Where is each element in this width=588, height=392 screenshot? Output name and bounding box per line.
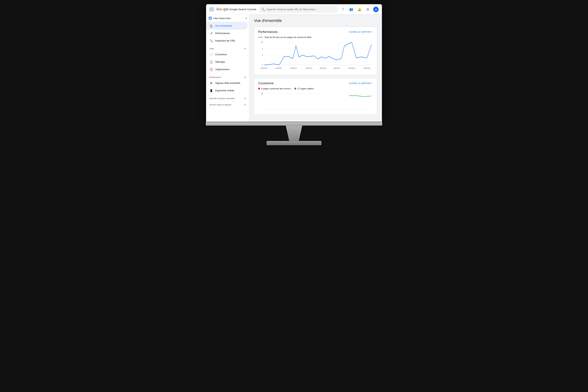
content-area: Vue d'ensemble Performances OUVRIR LE RA… (249, 14, 382, 122)
nav-right-icons: ? 👥 🔔 ⊞ a (340, 7, 379, 12)
svg-text:16/02/2021: 16/02/2021 (290, 67, 297, 69)
section-index: Index ∧ (206, 44, 249, 51)
section-label: Index (209, 48, 214, 50)
red-dot (258, 88, 260, 90)
chart-legend: Total de 96 clics sur les pages de reche… (258, 36, 373, 38)
card-title: Performances (258, 30, 278, 34)
document-icon: 📄 (209, 53, 213, 56)
remove-icon: 🚫 (209, 68, 213, 71)
sidebar-item-ergonomie-mobile[interactable]: 📱 Ergonomie mobile (206, 87, 248, 94)
svg-text:12/02/2021: 12/02/2021 (275, 67, 282, 69)
section-ameliorations: Améliorations ∧ (206, 73, 249, 80)
sidebar-item-performances[interactable]: ↗ Performances (206, 30, 248, 37)
card-header: Couverture OUVRIR LE RAPPORT › (258, 82, 373, 85)
svg-text:08/02/2021: 08/02/2021 (261, 67, 268, 69)
svg-text:4: 4 (262, 54, 263, 56)
valid-text: 27 pages valides (298, 88, 314, 90)
monitor-stand-top (206, 122, 382, 126)
hamburger-button[interactable] (209, 7, 214, 12)
legend-line (258, 37, 263, 38)
navbar: Google Google Search Console 🔍 ? 👥 🔔 ⊞ a (206, 4, 382, 14)
chevron-right-icon: › (372, 82, 373, 84)
performances-chart: 12 8 4 0 08/02/2021 12/02/2021 16/ (258, 40, 373, 72)
app-title: Google Search Console (229, 8, 256, 11)
sidebar-label: Vue d'ensemble (215, 24, 232, 27)
search-bar[interactable]: 🔍 (259, 6, 338, 13)
user-management-icon[interactable]: 👥 (348, 7, 354, 12)
sidebar-label: Ergonomie mobile (215, 89, 234, 92)
section-label: Anciens outils et rapports (209, 104, 231, 106)
app-logo: Google Google Search Console (216, 7, 256, 11)
errors-text: 0 pages contenant des erreurs (261, 88, 290, 90)
chevron-down-icon[interactable]: ∨ (244, 97, 246, 100)
open-report-link-couverture[interactable]: OUVRIR LE RAPPORT › (349, 82, 373, 84)
legend-text: Total de 96 clics sur les pages de reche… (264, 36, 311, 38)
sidebar-item-signaux-web[interactable]: ⚙ Signaux Web essentiels (206, 80, 248, 87)
chevron-down-icon: ▾ (246, 17, 247, 20)
monitor-base (266, 141, 322, 145)
property-icon (208, 16, 212, 20)
card-header: Performances OUVRIR LE RAPPORT › (258, 30, 373, 34)
property-url: https://www.//wwe (214, 17, 244, 20)
sidebar-label: Couverture (215, 53, 227, 56)
sidebar-label: Suppressions (215, 68, 230, 71)
svg-text:28/02/2021: 28/02/2021 (334, 67, 340, 69)
svg-text:20/02/2021: 20/02/2021 (305, 67, 312, 69)
performances-card: Performances OUVRIR LE RAPPORT › Total d… (254, 27, 377, 75)
vitals-icon: ⚙ (209, 81, 213, 85)
legend-errors: 0 pages contenant des erreurs (258, 88, 290, 90)
home-icon: 🏠 (209, 24, 213, 28)
sidebar-item-suppressions[interactable]: 🚫 Suppressions (206, 66, 248, 73)
search-icon: 🔍 (209, 39, 213, 42)
section-securite: Sécurité et actions manuelles ∨ (206, 94, 249, 100)
search-input[interactable] (266, 8, 335, 11)
section-label: Sécurité et actions manuelles (209, 98, 235, 100)
chart-svg: 12 8 4 0 08/02/2021 12/02/2021 16/ (258, 40, 373, 72)
svg-text:12: 12 (261, 41, 263, 43)
mobile-icon: 📱 (209, 89, 213, 92)
grid-icon[interactable]: ⊞ (365, 7, 370, 12)
bell-icon[interactable]: 🔔 (357, 7, 362, 12)
section-anciens-outils: Anciens outils et rapports ∨ (206, 100, 249, 107)
chevron-down-icon[interactable]: ∨ (244, 103, 246, 106)
open-report-link[interactable]: OUVRIR LE RAPPORT › (349, 31, 373, 33)
sidebar-item-sitemaps[interactable]: 📋 Sitemaps (206, 58, 248, 66)
svg-text:30: 30 (261, 92, 263, 95)
svg-text:24/02/2021: 24/02/2021 (320, 67, 326, 69)
chevron-right-icon: › (372, 31, 373, 33)
sidebar-item-vue-ensemble[interactable]: 🏠 Vue d'ensemble (206, 22, 248, 30)
sidebar-label: Performances (215, 32, 230, 35)
sidebar-label: Sitemaps (215, 60, 225, 63)
sitemap-icon: 📋 (209, 60, 213, 64)
sidebar-item-couverture[interactable]: 📄 Couverture (206, 51, 248, 58)
section-label: Améliorations (209, 76, 221, 78)
monitor-screen: Google Google Search Console 🔍 ? 👥 🔔 ⊞ a (206, 4, 382, 122)
coverage-legends: 0 pages contenant des erreurs 27 pages v… (258, 88, 373, 90)
main-layout: https://www.//wwe ▾ 🏠 Vue d'ensemble ↗ P… (206, 14, 382, 122)
monitor-stand (266, 126, 322, 145)
sidebar-item-inspection-url[interactable]: 🔍 Inspection de l'URL (206, 37, 248, 44)
search-icon: 🔍 (262, 8, 265, 11)
svg-text:04/03/2021: 04/03/2021 (348, 67, 355, 69)
chevron-up-icon[interactable]: ∧ (244, 47, 246, 50)
property-selector[interactable]: https://www.//wwe ▾ (206, 14, 249, 22)
help-icon[interactable]: ? (340, 7, 346, 12)
monitor-neck (282, 126, 306, 141)
sidebar-label: Signaux Web essentiels (215, 82, 240, 84)
svg-text:8: 8 (262, 48, 263, 50)
legend-valid: 27 pages valides (294, 88, 314, 90)
sidebar: https://www.//wwe ▾ 🏠 Vue d'ensemble ↗ P… (206, 14, 249, 122)
coverage-svg: 30 (258, 92, 373, 111)
svg-text:0: 0 (262, 64, 263, 66)
couverture-card: Couverture OUVRIR LE RAPPORT › 0 pages c… (254, 78, 377, 115)
chevron-up-icon[interactable]: ∧ (244, 76, 246, 78)
coverage-chart: 30 (258, 92, 373, 111)
avatar[interactable]: a (373, 7, 379, 12)
card-title: Couverture (258, 82, 274, 85)
trending-icon: ↗ (209, 32, 213, 35)
sidebar-label: Inspection de l'URL (215, 40, 236, 42)
green-dot (294, 88, 296, 90)
page-title: Vue d'ensemble (254, 18, 377, 23)
svg-text:08/03/2021: 08/03/2021 (364, 67, 370, 69)
